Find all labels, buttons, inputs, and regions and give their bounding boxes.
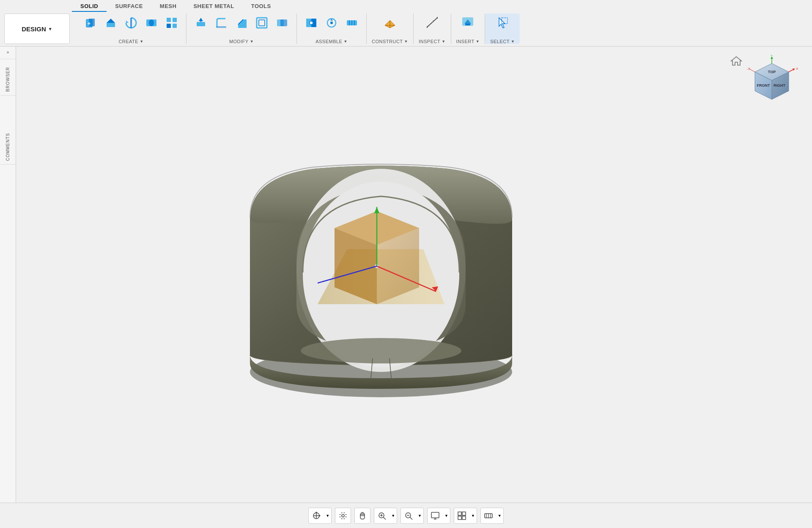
pan-button[interactable]	[335, 508, 351, 523]
select-group: SELECT ▼	[485, 14, 520, 44]
tab-sheet-metal[interactable]: SHEET METAL	[185, 1, 242, 12]
svg-rect-95	[458, 516, 461, 520]
svg-point-25	[310, 21, 313, 25]
fillet-icon[interactable]	[212, 14, 230, 32]
construct-plane-icon[interactable]	[381, 14, 399, 32]
svg-rect-90	[431, 512, 439, 518]
svg-point-82	[342, 514, 344, 517]
svg-rect-96	[462, 516, 466, 520]
orbit-button[interactable]	[309, 508, 324, 523]
measure-icon[interactable]	[423, 14, 442, 32]
shell-icon[interactable]	[252, 14, 271, 32]
create-group: +	[76, 14, 187, 44]
svg-rect-43	[465, 24, 470, 25]
tab-mesh[interactable]: MESH	[151, 1, 185, 12]
inspect-group: INSPECT ▼	[414, 14, 451, 44]
svg-rect-22	[280, 19, 287, 26]
svg-rect-6	[130, 18, 132, 28]
svg-rect-3	[107, 23, 115, 27]
tab-surface[interactable]: SURFACE	[107, 1, 151, 12]
zoom-button[interactable]	[401, 508, 416, 523]
svg-rect-19	[257, 18, 267, 28]
rigid-group-icon[interactable]	[343, 14, 361, 32]
modify-group: MODIFY ▼	[187, 14, 297, 44]
tab-solid[interactable]: SOLID	[72, 1, 107, 12]
inspect-label[interactable]: INSPECT ▼	[419, 39, 446, 44]
home-icon[interactable]	[730, 55, 742, 67]
svg-point-59	[301, 338, 461, 363]
hole-icon[interactable]	[142, 14, 161, 32]
zoom-fit-dropdown[interactable]: ▼	[390, 514, 397, 518]
svg-marker-62	[731, 57, 741, 65]
grid-dropdown[interactable]: ▼	[469, 514, 477, 518]
svg-text:+: +	[88, 21, 91, 27]
new-component-icon[interactable]: +	[81, 14, 100, 32]
assemble-group: ASSEMBLE ▼	[297, 14, 367, 44]
grid-btn-group: ▼	[454, 508, 477, 524]
move-btn-group: ▼	[308, 508, 332, 524]
joint-icon[interactable]	[302, 14, 321, 32]
svg-rect-13	[197, 22, 205, 26]
insert-icons	[458, 14, 477, 32]
svg-marker-14	[199, 18, 203, 21]
revolve-icon[interactable]	[122, 14, 140, 32]
svg-marker-81	[319, 514, 321, 517]
3d-model	[216, 143, 546, 406]
toolbar: SOLID SURFACE MESH SHEET METAL TOOLS DES…	[0, 0, 812, 47]
assemble-label[interactable]: ASSEMBLE ▼	[315, 39, 348, 44]
model-area: TOP RIGHT FRONT Z X -X	[16, 47, 812, 503]
assemble-icons	[302, 14, 361, 32]
display-button[interactable]	[428, 508, 443, 523]
svg-text:TOP: TOP	[768, 70, 776, 74]
svg-marker-5	[126, 20, 129, 23]
zoom-fit-button[interactable]	[374, 508, 390, 523]
svg-rect-20	[259, 20, 265, 26]
svg-text:-X: -X	[747, 67, 751, 71]
modify-label[interactable]: MODIFY ▼	[229, 39, 254, 44]
chamfer-icon[interactable]	[232, 14, 251, 32]
zoom-dropdown[interactable]: ▼	[416, 514, 423, 518]
insert-derive-icon[interactable]	[458, 14, 477, 32]
svg-rect-11	[167, 24, 171, 28]
create-icons: +	[81, 14, 181, 32]
snap-dropdown[interactable]: ▼	[496, 514, 503, 518]
design-button[interactable]: DESIGN ▼	[4, 14, 70, 44]
construct-group: CONSTRUCT ▼	[367, 14, 414, 44]
svg-point-8	[149, 19, 154, 26]
svg-text:RIGHT: RIGHT	[774, 83, 786, 88]
svg-rect-10	[173, 18, 177, 22]
pan-btn-group	[335, 508, 351, 524]
svg-line-84	[383, 517, 386, 520]
tab-tools[interactable]: TOOLS	[243, 1, 280, 12]
svg-marker-4	[107, 19, 115, 23]
select-label[interactable]: SELECT ▼	[490, 39, 515, 44]
construct-label[interactable]: CONSTRUCT ▼	[372, 39, 408, 44]
orbit-dropdown[interactable]: ▼	[324, 514, 331, 518]
zoom-btn-group: ▼	[401, 508, 424, 524]
sidebar-comments-btn[interactable]: COMMENTS	[0, 129, 16, 165]
create-label[interactable]: CREATE ▼	[118, 39, 143, 44]
hand-pan-btn-group	[354, 508, 370, 524]
snap-button[interactable]	[481, 508, 496, 523]
grid-button[interactable]	[454, 508, 469, 523]
sidebar-browser-btn[interactable]: BROWSER	[0, 63, 16, 96]
insert-label[interactable]: INSERT ▼	[456, 39, 480, 44]
svg-rect-9	[167, 18, 171, 22]
bottom-toolbar: ▼	[0, 503, 812, 528]
hand-pan-button[interactable]	[355, 508, 370, 523]
display-dropdown[interactable]: ▼	[443, 514, 450, 518]
svg-marker-80	[315, 512, 318, 513]
svg-text:X: X	[796, 67, 798, 71]
insert-group: INSERT ▼	[451, 14, 486, 44]
extrude-icon[interactable]	[102, 14, 120, 32]
motion-icon[interactable]	[322, 14, 341, 32]
viewcube[interactable]: TOP RIGHT FRONT Z X -X	[744, 55, 799, 110]
viewport[interactable]: TOP RIGHT FRONT Z X -X	[16, 47, 812, 503]
combine-icon[interactable]	[273, 14, 291, 32]
inspect-icons	[423, 14, 442, 32]
select-icon[interactable]	[493, 14, 512, 32]
select-icons	[493, 14, 512, 32]
pattern-icon[interactable]	[162, 14, 181, 32]
sidebar-expand-btn[interactable]: »	[0, 47, 16, 59]
press-pull-icon[interactable]	[192, 14, 210, 32]
